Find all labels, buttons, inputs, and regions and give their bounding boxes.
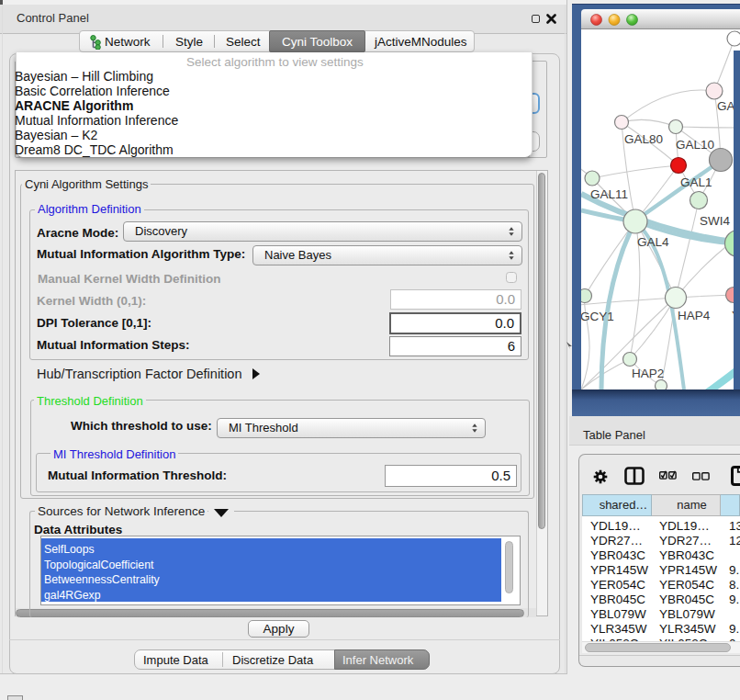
svg-text:GAL80: GAL80 [624, 132, 663, 146]
svg-text:GAL4: GAL4 [637, 235, 669, 249]
svg-text:HAP2: HAP2 [632, 367, 664, 380]
svg-text:SWI4: SWI4 [700, 214, 730, 228]
svg-text:GAL11: GAL11 [590, 187, 628, 201]
svg-text:GAL10: GAL10 [676, 138, 714, 152]
svg-text:GAL1: GAL1 [680, 175, 712, 189]
svg-text:GCY1: GCY1 [581, 310, 614, 323]
svg-text:HAP4: HAP4 [678, 309, 711, 322]
